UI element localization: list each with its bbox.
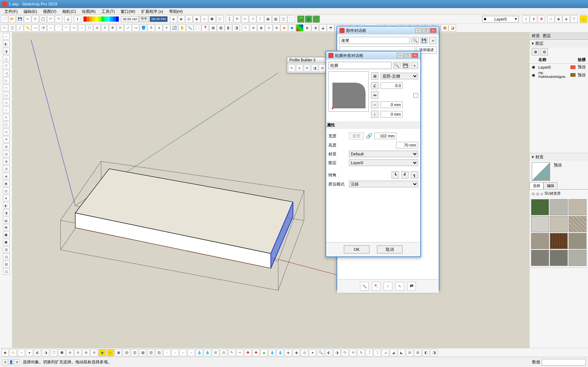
- dlg2-titlebar[interactable]: 轮廓外形对话框 – □ ×: [326, 51, 420, 60]
- tool-a-icon[interactable]: ↗: [249, 15, 256, 23]
- color2-icon[interactable]: ◆: [288, 24, 296, 32]
- lt13-icon[interactable]: ⬡: [3, 121, 10, 128]
- status-icon3[interactable]: ⊕: [14, 359, 20, 365]
- lt33-icon[interactable]: ⊡: [3, 268, 10, 275]
- warehouse-icon[interactable]: ⌂: [580, 15, 587, 23]
- tab-select[interactable]: 选择: [530, 182, 544, 189]
- lt30-icon[interactable]: ⊞: [3, 246, 10, 253]
- bt18-icon[interactable]: ▦: [139, 349, 146, 356]
- menu-draw[interactable]: 绘图(R): [79, 8, 99, 14]
- tab-layers[interactable]: 图层: [543, 33, 551, 39]
- material-swatch[interactable]: [550, 199, 568, 215]
- eraser-icon[interactable]: ◫: [8, 24, 16, 32]
- bt11-icon[interactable]: ⊗: [82, 349, 90, 356]
- bt6-icon[interactable]: ◑: [42, 349, 49, 356]
- lt26-icon[interactable]: ◒: [3, 217, 10, 223]
- bt16-icon[interactable]: ▤: [123, 349, 130, 356]
- ext1-icon[interactable]: ◇: [547, 15, 555, 23]
- open-icon[interactable]: 📂: [8, 15, 16, 23]
- polygon-icon[interactable]: ⬡: [86, 24, 93, 32]
- tool-i4-icon[interactable]: ◓: [327, 24, 334, 32]
- pb-settings-icon[interactable]: ⚙: [319, 64, 326, 72]
- visibility-icon[interactable]: ◉: [532, 73, 536, 78]
- 3dtext-icon[interactable]: 𝐀: [155, 24, 163, 32]
- add-icon[interactable]: ＋: [429, 37, 436, 44]
- dlg1-search-input[interactable]: [339, 37, 410, 44]
- bt24-icon[interactable]: →: [188, 349, 195, 356]
- value-input[interactable]: [542, 359, 586, 366]
- style-icon[interactable]: ◈: [170, 15, 177, 23]
- material-swatch[interactable]: [569, 216, 587, 232]
- sel2-icon[interactable]: ↖: [242, 24, 249, 32]
- dlg2-add-icon[interactable]: ＋: [411, 62, 418, 69]
- line-icon[interactable]: ╱: [16, 24, 24, 32]
- layer-row-1[interactable]: ◉ PB-PathModeWidgets 预设: [530, 71, 588, 79]
- save-icon[interactable]: 💾: [16, 15, 24, 23]
- bt5-icon[interactable]: ◐: [34, 349, 41, 356]
- profile-dialog[interactable]: 轮廓外形对话框 – □ × 🔍 💾 ＋ ⊞ 底部-左侧 ∠ ⇔: [325, 51, 421, 257]
- copy-icon[interactable]: ⎘: [32, 15, 39, 23]
- lt24-icon[interactable]: ◐: [3, 202, 10, 209]
- offset-x-input[interactable]: [381, 101, 403, 108]
- remove-layer-icon[interactable]: ⊖: [541, 48, 548, 55]
- tool-d-icon[interactable]: ▦: [272, 15, 279, 23]
- material-swatch[interactable]: [531, 250, 549, 266]
- red3-icon[interactable]: Ⅲ: [538, 15, 545, 23]
- bt26-icon[interactable]: 💧: [204, 349, 211, 356]
- lt12-icon[interactable]: ↖: [3, 114, 10, 120]
- bt14-icon[interactable]: ◇: [107, 349, 114, 356]
- lt21-icon[interactable]: ◉: [3, 180, 10, 187]
- lt10-icon[interactable]: ◇: [3, 99, 10, 106]
- add-layer-icon[interactable]: ⊕: [532, 48, 539, 55]
- lt1-icon[interactable]: ○: [3, 33, 10, 40]
- corner3-icon[interactable]: ┓: [411, 171, 418, 179]
- lt11-icon[interactable]: ○: [3, 107, 10, 113]
- material-swatch[interactable]: [569, 250, 587, 266]
- bt15-icon[interactable]: ▣: [115, 349, 122, 356]
- dlg1-titlebar[interactable]: 部件对话框 – □ ×: [337, 26, 439, 35]
- spectrum-icon[interactable]: [296, 24, 303, 32]
- bt39-icon[interactable]: ●: [309, 349, 316, 356]
- visibility-icon[interactable]: ◉: [532, 65, 536, 69]
- style2-icon[interactable]: ◉: [178, 15, 185, 23]
- red1-icon[interactable]: Ⅰ: [522, 15, 530, 23]
- bt2-icon[interactable]: ◇: [10, 349, 17, 356]
- layer-dropdown[interactable]: Layer0 ▾: [482, 16, 519, 22]
- lt8-icon[interactable]: □: [3, 84, 10, 91]
- tool-b-icon[interactable]: ⤴: [257, 15, 264, 23]
- bt42-icon[interactable]: ◑: [333, 349, 341, 356]
- lt9-icon[interactable]: ▭: [3, 92, 10, 98]
- bt45-icon[interactable]: ↯: [357, 349, 365, 356]
- bt32-icon[interactable]: ✚: [252, 349, 260, 356]
- bt51-icon[interactable]: ⊞: [406, 349, 413, 356]
- time-end[interactable]: 05:00 PM: [150, 16, 168, 22]
- lt7-icon[interactable]: ▷: [3, 77, 10, 84]
- tool-h1-icon[interactable]: ◉: [257, 24, 265, 32]
- pan-icon[interactable]: ✋: [178, 24, 186, 32]
- bt22-icon[interactable]: ↓: [171, 349, 179, 356]
- menu-window[interactable]: 窗口(W): [118, 8, 138, 14]
- dlg1-tool5-icon[interactable]: 🏴: [407, 282, 416, 291]
- color1-icon[interactable]: ◆: [281, 24, 288, 32]
- menu-extensions[interactable]: 扩展程序 (x): [138, 8, 166, 14]
- tool-i2-icon[interactable]: ◑: [311, 24, 319, 32]
- bt38-icon[interactable]: ◎: [301, 349, 308, 356]
- model-info-icon[interactable]: ℹ: [74, 15, 81, 23]
- pb-path-icon[interactable]: ↯: [296, 64, 303, 72]
- corner2-icon[interactable]: ┛: [401, 171, 409, 179]
- lt19-icon[interactable]: ⊘: [3, 165, 10, 172]
- lt28-icon[interactable]: ⬢: [3, 231, 10, 238]
- orbit-icon[interactable]: 🔄: [171, 24, 178, 32]
- bt20-icon[interactable]: ▨: [155, 349, 163, 356]
- rotate-icon[interactable]: ⟳: [117, 24, 124, 32]
- lt14-icon[interactable]: ✂: [3, 129, 10, 135]
- material-swatch[interactable]: [531, 233, 549, 249]
- dlg1-tool2-icon[interactable]: 🪓: [372, 282, 381, 291]
- style6-icon[interactable]: ⬢: [209, 15, 216, 23]
- width-input[interactable]: [374, 133, 396, 139]
- bt44-icon[interactable]: ⟲: [349, 349, 357, 356]
- lt18-icon[interactable]: ⊗: [3, 158, 10, 165]
- tape-icon[interactable]: 📏: [24, 24, 31, 32]
- lt16-icon[interactable]: ⊕: [3, 143, 10, 150]
- reset-button[interactable]: 重置: [349, 132, 364, 140]
